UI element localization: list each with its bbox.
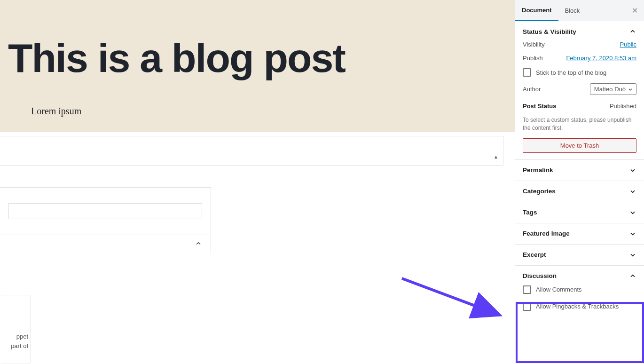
allow-comments-label: Allow Comments xyxy=(536,286,582,293)
publish-label: Publish xyxy=(523,55,543,62)
tab-document[interactable]: Document xyxy=(515,0,558,21)
panel-discussion-title: Discussion xyxy=(523,272,557,279)
meta-box-toggle[interactable] xyxy=(0,235,211,254)
panel-categories-title: Categories xyxy=(523,188,556,195)
meta-box-group xyxy=(0,187,211,254)
tab-block[interactable]: Block xyxy=(558,0,587,21)
panel-excerpt-title: Excerpt xyxy=(523,251,546,258)
panel-status-visibility: Status & Visibility Visibility Public Pu… xyxy=(515,21,644,160)
sticky-checkbox[interactable] xyxy=(523,68,531,77)
editor-canvas: This is a blog post Lorem ipsum ▲ ppet p… xyxy=(0,0,515,364)
panel-status-header[interactable]: Status & Visibility xyxy=(523,28,636,35)
title-area: This is a blog post Lorem ipsum xyxy=(0,0,515,132)
status-note: To select a custom status, please unpubl… xyxy=(523,116,636,133)
chevron-down-icon xyxy=(628,87,633,94)
snippet-card: ppet part of xyxy=(0,295,31,364)
chevron-down-icon xyxy=(629,251,636,259)
chevron-up-icon xyxy=(195,240,202,247)
allow-pingbacks-label: Allow Pingbacks & Trackbacks xyxy=(536,303,619,310)
panel-discussion-header[interactable]: Discussion xyxy=(523,272,636,280)
publish-value[interactable]: February 7, 2020 8:53 am xyxy=(566,55,636,62)
panel-categories[interactable]: Categories xyxy=(515,181,644,202)
chevron-down-icon xyxy=(629,209,636,216)
sidebar-tabs: Document Block ✕ xyxy=(515,0,644,21)
meta-box-input[interactable] xyxy=(8,203,202,219)
move-to-trash-button[interactable]: Move to Trash xyxy=(523,138,636,153)
caret-up-icon: ▲ xyxy=(494,154,498,159)
author-value: Matteo Duò xyxy=(594,86,626,93)
panel-status-title: Status & Visibility xyxy=(523,28,576,35)
post-body-preview[interactable]: Lorem ipsum xyxy=(31,106,81,117)
author-label: Author xyxy=(523,86,541,93)
author-select[interactable]: Matteo Duò xyxy=(590,83,636,95)
snippet-line-1: ppet xyxy=(0,332,28,341)
panel-tags[interactable]: Tags xyxy=(515,202,644,223)
meta-box-input-wrap xyxy=(0,188,211,235)
post-title[interactable]: This is a blog post xyxy=(8,35,345,81)
allow-pingbacks-checkbox[interactable] xyxy=(523,302,531,311)
post-status-value: Published xyxy=(610,103,636,110)
visibility-value[interactable]: Public xyxy=(620,41,636,48)
chevron-down-icon xyxy=(629,188,636,195)
panel-discussion: Discussion Allow Comments Allow Pingback… xyxy=(515,266,644,317)
panel-featured-title: Featured Image xyxy=(523,230,570,237)
post-status-label: Post Status xyxy=(523,103,557,110)
sticky-label: Stick to the top of the blog xyxy=(536,69,606,76)
chevron-down-icon xyxy=(629,230,636,237)
allow-comments-checkbox[interactable] xyxy=(523,285,531,294)
meta-box-collapsed[interactable]: ▲ xyxy=(0,136,503,166)
panel-permalink-title: Permalink xyxy=(523,166,553,174)
panel-permalink[interactable]: Permalink xyxy=(515,160,644,181)
visibility-label: Visibility xyxy=(523,41,545,48)
panel-excerpt[interactable]: Excerpt xyxy=(515,245,644,266)
chevron-up-icon xyxy=(629,28,636,35)
chevron-up-icon xyxy=(629,272,636,280)
chevron-down-icon xyxy=(629,166,636,174)
settings-sidebar: Document Block ✕ Status & Visibility Vis… xyxy=(515,0,644,364)
panel-featured-image[interactable]: Featured Image xyxy=(515,223,644,245)
snippet-line-2: part of xyxy=(0,341,28,351)
close-icon[interactable]: ✕ xyxy=(630,6,639,15)
panel-tags-title: Tags xyxy=(523,209,537,216)
